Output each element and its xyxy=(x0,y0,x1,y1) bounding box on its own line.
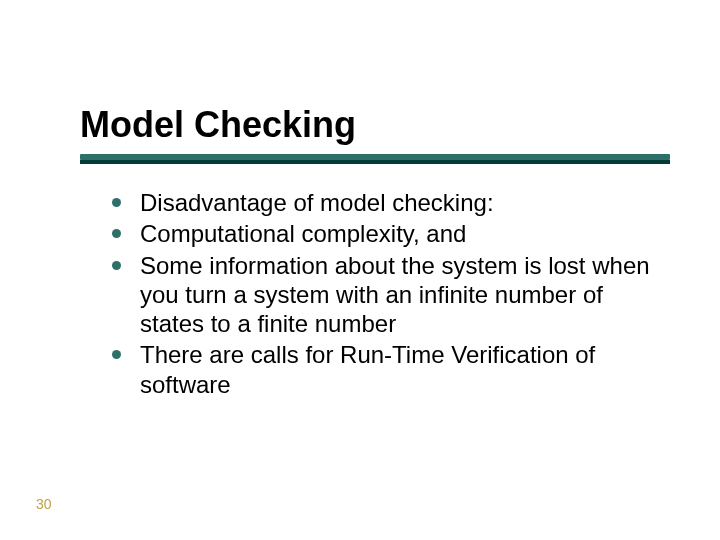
list-item: There are calls for Run-Time Verificatio… xyxy=(106,340,666,399)
list-item: Some information about the system is los… xyxy=(106,251,666,339)
slide-title: Model Checking xyxy=(80,104,356,146)
list-item: Computational complexity, and xyxy=(106,219,666,248)
list-item: Disadvantage of model checking: xyxy=(106,188,666,217)
slide: Model Checking Disadvantage of model che… xyxy=(0,0,720,540)
title-underline xyxy=(80,154,670,164)
page-number: 30 xyxy=(36,496,52,512)
content-area: Disadvantage of model checking: Computat… xyxy=(106,188,666,401)
bullet-list: Disadvantage of model checking: Computat… xyxy=(106,188,666,399)
underline-shadow xyxy=(80,160,670,164)
